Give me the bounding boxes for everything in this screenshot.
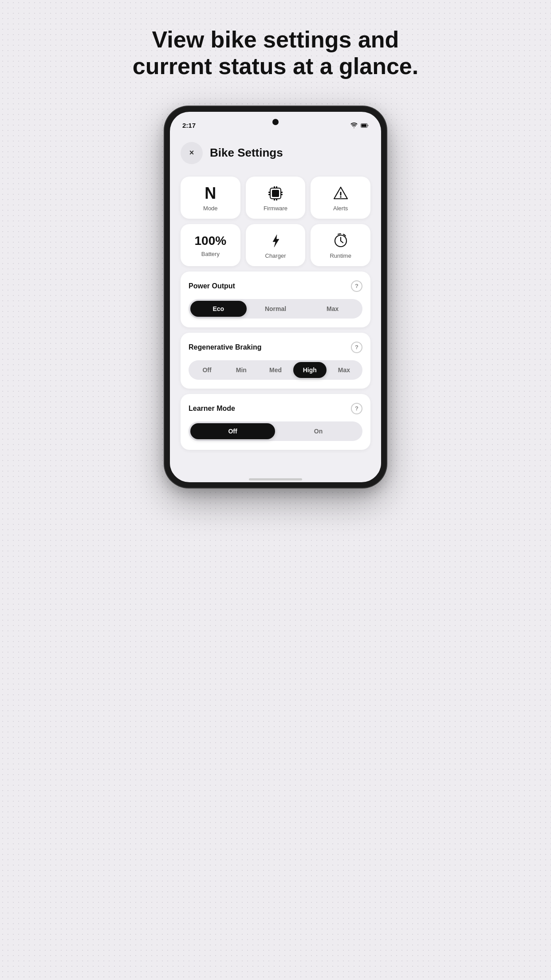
header-row: × Bike Settings bbox=[181, 142, 370, 164]
mode-icon: N bbox=[205, 185, 216, 201]
mode-tile[interactable]: N Mode bbox=[181, 177, 240, 219]
alerts-label: Alerts bbox=[333, 205, 348, 212]
regen-med-option[interactable]: Med bbox=[259, 362, 292, 378]
learner-mode-toggle: Off On bbox=[189, 421, 362, 441]
close-button[interactable]: × bbox=[181, 142, 203, 164]
svg-rect-1 bbox=[362, 124, 366, 127]
page-hero-title: View bike settings and current status at… bbox=[120, 27, 431, 80]
regen-off-option[interactable]: Off bbox=[190, 362, 224, 378]
phone-frame: 2:17 × Bike Setting bbox=[165, 106, 386, 488]
regen-braking-help[interactable]: ? bbox=[351, 342, 362, 353]
mode-label: Mode bbox=[203, 205, 218, 212]
regen-min-option[interactable]: Min bbox=[224, 362, 258, 378]
battery-percent: 100% bbox=[195, 235, 227, 247]
learner-mode-header: Learner Mode ? bbox=[189, 403, 362, 414]
status-icons bbox=[350, 122, 369, 129]
regen-braking-toggle: Off Min Med High Max bbox=[189, 360, 362, 380]
battery-tile[interactable]: 100% Battery bbox=[181, 224, 240, 266]
alerts-tile[interactable]: Alerts bbox=[311, 177, 370, 219]
power-output-help[interactable]: ? bbox=[351, 280, 362, 292]
runtime-icon bbox=[333, 233, 349, 249]
svg-rect-6 bbox=[274, 198, 275, 201]
power-output-label: Power Output bbox=[189, 282, 235, 290]
runtime-tile[interactable]: Runtime bbox=[311, 224, 370, 266]
tiles-row-1: N Mode Fi bbox=[181, 177, 370, 219]
alerts-icon bbox=[333, 185, 349, 201]
wifi-icon bbox=[350, 122, 358, 129]
power-max-option[interactable]: Max bbox=[304, 301, 361, 317]
regen-braking-card: Regenerative Braking ? Off Min Med High … bbox=[181, 333, 370, 389]
svg-rect-8 bbox=[268, 192, 271, 193]
regen-braking-header: Regenerative Braking ? bbox=[189, 342, 362, 353]
runtime-label: Runtime bbox=[330, 252, 351, 259]
charger-label: Charger bbox=[265, 252, 286, 259]
firmware-tile[interactable]: Firmware bbox=[246, 177, 306, 219]
learner-off-option[interactable]: Off bbox=[190, 423, 275, 439]
power-output-toggle: Eco Normal Max bbox=[189, 299, 362, 319]
svg-point-13 bbox=[340, 196, 342, 198]
firmware-label: Firmware bbox=[264, 205, 287, 212]
power-normal-option[interactable]: Normal bbox=[248, 301, 304, 317]
learner-mode-help[interactable]: ? bbox=[351, 403, 362, 414]
regen-max-option[interactable]: Max bbox=[327, 362, 361, 378]
svg-rect-10 bbox=[280, 192, 283, 193]
camera-notch bbox=[272, 119, 279, 125]
svg-rect-11 bbox=[280, 194, 283, 195]
charger-tile[interactable]: Charger bbox=[246, 224, 306, 266]
screen-content: × Bike Settings N Mode bbox=[170, 133, 381, 473]
svg-rect-3 bbox=[272, 190, 279, 197]
svg-rect-5 bbox=[276, 186, 277, 189]
power-output-card: Power Output ? Eco Normal Max bbox=[181, 272, 370, 327]
charger-icon bbox=[268, 233, 283, 249]
tiles-row-2: 100% Battery Charger Ru bbox=[181, 224, 370, 266]
svg-rect-12 bbox=[340, 192, 341, 196]
phone-screen: 2:17 × Bike Setting bbox=[170, 112, 381, 482]
learner-on-option[interactable]: On bbox=[276, 423, 361, 439]
screen-title: Bike Settings bbox=[210, 146, 283, 160]
svg-rect-9 bbox=[268, 194, 271, 195]
power-output-header: Power Output ? bbox=[189, 280, 362, 292]
battery-label: Battery bbox=[201, 251, 220, 257]
regen-high-option[interactable]: High bbox=[293, 362, 327, 378]
firmware-icon bbox=[268, 185, 283, 201]
battery-icon bbox=[361, 123, 369, 128]
status-bar: 2:17 bbox=[170, 112, 381, 133]
svg-rect-7 bbox=[276, 198, 277, 201]
learner-mode-card: Learner Mode ? Off On bbox=[181, 394, 370, 450]
svg-rect-4 bbox=[274, 186, 275, 189]
power-eco-option[interactable]: Eco bbox=[190, 301, 247, 317]
regen-braking-label: Regenerative Braking bbox=[189, 343, 262, 351]
home-indicator bbox=[249, 478, 302, 480]
status-time: 2:17 bbox=[182, 122, 196, 129]
learner-mode-label: Learner Mode bbox=[189, 405, 235, 413]
